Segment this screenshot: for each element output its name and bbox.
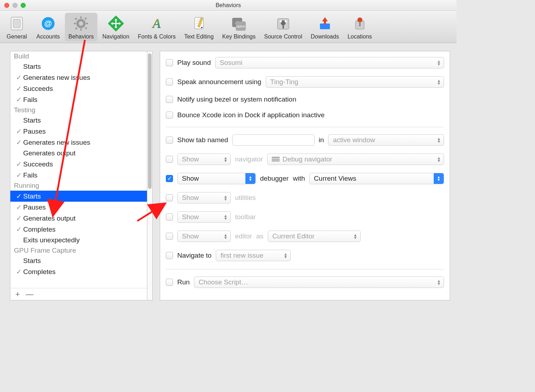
play-sound-checkbox[interactable] (166, 59, 173, 66)
notify-checkbox[interactable] (166, 96, 173, 103)
toolbar-label: Navigation (102, 33, 129, 40)
general-icon (7, 14, 26, 33)
debugger-action-select[interactable]: Show ▲▼ (177, 173, 256, 184)
utilities-action-select[interactable]: Show ▲▼ (177, 192, 231, 203)
tab-name-field[interactable] (233, 134, 315, 146)
svg-point-31 (285, 20, 287, 22)
preferences-toolbar: General @ Accounts Behaviors Navigation … (0, 11, 457, 43)
navigator-action-select[interactable]: Show ▲▼ (177, 154, 231, 165)
select-value: first new issue (220, 252, 263, 259)
debugger-checkbox[interactable] (166, 175, 173, 182)
behavior-item[interactable]: ✓Generates output (10, 213, 147, 224)
chevron-updown-icon: ▲▼ (437, 60, 441, 66)
scrollbar-thumb[interactable] (148, 53, 152, 189)
behavior-label: Starts (23, 63, 41, 71)
speak-voice-select[interactable]: Ting-Ting ▲▼ (266, 76, 444, 88)
editor-select[interactable]: Current Editor ▲▼ (268, 231, 361, 242)
remove-button[interactable]: — (26, 290, 34, 299)
navigator-label: navigator (235, 155, 263, 163)
behavior-item[interactable]: Starts (10, 61, 147, 72)
speak-label: Speak announcement using (177, 78, 261, 86)
behavior-item[interactable]: ✓Succeeds (10, 159, 147, 170)
speak-checkbox[interactable] (166, 78, 173, 86)
select-value: Current Editor (272, 232, 315, 240)
close-button[interactable] (4, 3, 9, 8)
svg-rect-32 (320, 24, 330, 29)
behavior-item[interactable]: ✓Succeeds (10, 83, 147, 94)
editor-action-select[interactable]: Show ▲▼ (177, 231, 231, 242)
svg-rect-34 (324, 21, 326, 24)
show-tab-checkbox[interactable] (166, 136, 173, 144)
minimize-button[interactable] (12, 3, 17, 8)
behavior-label: Completes (23, 226, 56, 233)
toolbar-tab-locations[interactable]: Locations (344, 13, 376, 41)
behavior-item[interactable]: Starts (10, 115, 147, 126)
navigator-checkbox[interactable] (166, 156, 173, 163)
sidebar-scrollbar[interactable] (147, 51, 153, 300)
toolbar-label: toolbar (235, 213, 256, 221)
run-label: Run (177, 278, 190, 286)
behavior-item[interactable]: ✓Generates new issues (10, 137, 147, 148)
editor-checkbox[interactable] (166, 233, 173, 240)
behavior-label: Exits unexpectedly (23, 236, 80, 244)
check-icon: ✓ (15, 192, 23, 200)
zoom-button[interactable] (21, 3, 26, 8)
window-select[interactable]: active window ▲▼ (328, 134, 444, 146)
toolbar-tab-key-bindings[interactable]: altoption Key Bindings (219, 13, 259, 41)
chevron-updown-icon: ▲▼ (434, 173, 444, 184)
behavior-item[interactable]: Exits unexpectedly (10, 235, 147, 246)
notify-label: Notify using bezel or system notificatio… (177, 96, 296, 103)
toolbar-tab-behaviors[interactable]: Behaviors (65, 13, 97, 41)
behavior-item[interactable]: ✓Generates new issues (10, 72, 147, 83)
utilities-label: utilities (235, 194, 256, 202)
behavior-label: Completes (23, 268, 56, 276)
select-value: active window (333, 136, 375, 144)
toolbar-tab-fonts-colors[interactable]: A Fonts & Colors (134, 13, 179, 41)
behavior-label: Generates new issues (23, 74, 90, 82)
run-checkbox[interactable] (166, 279, 173, 286)
fonts-colors-icon: A (147, 14, 166, 33)
check-icon: ✓ (15, 127, 23, 135)
toolbar-tab-text-editing[interactable]: Text Editing (180, 13, 217, 41)
behavior-item-selected[interactable]: ✓Starts (10, 191, 147, 202)
svg-rect-11 (75, 27, 78, 30)
utilities-checkbox[interactable] (166, 194, 173, 201)
behavior-item[interactable]: ✓Completes (10, 266, 147, 277)
behavior-item[interactable]: ✓Fails (10, 94, 147, 105)
play-sound-select[interactable]: Sosumi ▲▼ (215, 57, 444, 68)
navigate-checkbox[interactable] (166, 252, 173, 259)
check-icon: ✓ (15, 171, 23, 179)
toolbar-tab-accounts[interactable]: @ Accounts (33, 13, 63, 41)
behavior-item[interactable]: ✓Pauses (10, 126, 147, 137)
behavior-label: Generates new issues (23, 139, 90, 146)
bounce-checkbox[interactable] (166, 112, 173, 119)
svg-rect-40 (272, 160, 280, 161)
toolbar-tab-source-control[interactable]: Source Control (261, 13, 306, 41)
navigator-select[interactable]: Debug navigator ▲▼ (267, 154, 444, 165)
toolbar-tab-downloads[interactable]: Downloads (307, 13, 342, 41)
svg-rect-8 (86, 23, 88, 24)
behavior-item[interactable]: Starts (10, 256, 147, 266)
behavior-label: Starts (23, 257, 41, 265)
navigate-select[interactable]: first new issue ▲▼ (216, 250, 291, 261)
toolbar-label: General (7, 33, 27, 40)
add-button[interactable]: + (15, 290, 20, 299)
toolbar-label: Fonts & Colors (138, 33, 176, 40)
toolbar-tab-navigation[interactable]: Navigation (99, 13, 133, 41)
behavior-item[interactable]: ✓Completes (10, 224, 147, 235)
behavior-label: Generates output (23, 215, 76, 222)
toolbar-action-select[interactable]: Show ▲▼ (177, 211, 231, 223)
behavior-item[interactable]: ✓Pauses (10, 202, 147, 213)
toolbar-checkbox[interactable] (166, 213, 173, 221)
svg-rect-6 (80, 29, 82, 31)
behavior-item[interactable]: Generates output (10, 148, 147, 159)
debugger-views-select[interactable]: Current Views ▲▼ (309, 173, 444, 184)
run-script-select[interactable]: Choose Script… ▲▼ (194, 277, 444, 288)
behavior-list[interactable]: Build Starts ✓Generates new issues ✓Succ… (10, 51, 147, 288)
select-value: Show (182, 213, 199, 221)
svg-text:A: A (152, 16, 161, 31)
toolbar-tab-general[interactable]: General (2, 13, 31, 41)
behavior-label: Succeeds (23, 85, 53, 93)
behavior-item[interactable]: ✓Fails (10, 170, 147, 181)
select-value: Sosumi (220, 59, 242, 67)
